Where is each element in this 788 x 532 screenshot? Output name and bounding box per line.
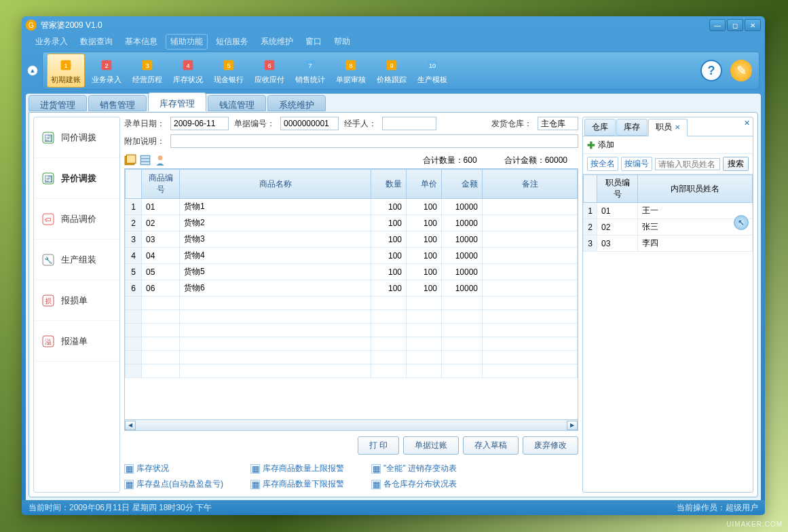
desc-label: 附加说明： bbox=[124, 136, 165, 147]
sidenav-item-5[interactable]: 溢报溢单 bbox=[34, 321, 119, 362]
sidenav-item-4[interactable]: 损报损单 bbox=[34, 280, 119, 321]
tab-close-icon[interactable]: ✕ bbox=[675, 124, 680, 131]
svg-rect-33 bbox=[126, 155, 136, 163]
table-row[interactable]: 404货物410010010000 bbox=[126, 248, 578, 264]
app-icon: G bbox=[26, 20, 37, 31]
add-icon[interactable]: ✚ bbox=[587, 140, 595, 151]
grid-header-4[interactable]: 金额 bbox=[442, 170, 483, 199]
employee-search-input[interactable] bbox=[655, 158, 720, 170]
report-icon: ▦ bbox=[124, 464, 134, 474]
grid-icon-2[interactable] bbox=[139, 154, 151, 166]
menu-item-3[interactable]: 辅助功能 bbox=[166, 34, 208, 50]
report-icon: ▦ bbox=[250, 464, 260, 474]
person-icon[interactable] bbox=[154, 154, 166, 166]
handler-input[interactable] bbox=[382, 117, 436, 130]
search-mode-code[interactable]: 按编号 bbox=[621, 157, 652, 171]
svg-text:🔄: 🔄 bbox=[44, 134, 53, 142]
table-row[interactable]: 505货物510010010000 bbox=[126, 264, 578, 280]
emp-header-1[interactable]: 内部职员姓名 bbox=[638, 175, 753, 203]
menu-item-1[interactable]: 数据查询 bbox=[76, 35, 117, 49]
menu-item-6[interactable]: 窗口 bbox=[301, 35, 326, 49]
grid-hscrollbar[interactable]: ◀▶ bbox=[125, 419, 578, 430]
toolbar-btn-9[interactable]: 10生产模板 bbox=[413, 54, 451, 88]
sidenav-item-2[interactable]: 🏷商品调价 bbox=[34, 199, 119, 240]
menu-item-2[interactable]: 基本信息 bbox=[121, 35, 162, 49]
menu-item-4[interactable]: 短信服务 bbox=[212, 35, 252, 49]
toolbar-btn-3[interactable]: 4库存状况 bbox=[169, 54, 207, 88]
toolbar-btn-6[interactable]: 7销售统计 bbox=[291, 54, 329, 88]
table-row-empty[interactable] bbox=[126, 310, 578, 324]
discard-button[interactable]: 废弃修改 bbox=[523, 436, 578, 455]
grid-header-3[interactable]: 单价 bbox=[407, 170, 442, 199]
table-row-empty[interactable] bbox=[126, 364, 578, 378]
bill-input[interactable] bbox=[280, 117, 339, 130]
grid-header-5[interactable]: 备注 bbox=[483, 170, 578, 199]
panel-close-icon[interactable]: ✕ bbox=[742, 119, 751, 128]
toolbar-btn-0[interactable]: 1初期建账 bbox=[47, 54, 85, 88]
table-row-empty[interactable] bbox=[126, 297, 578, 310]
add-label[interactable]: 添加 bbox=[598, 139, 614, 151]
draft-button[interactable]: 存入草稿 bbox=[463, 436, 519, 455]
table-row-empty[interactable] bbox=[126, 337, 578, 351]
toolbar-btn-5[interactable]: 6应收应付 bbox=[250, 54, 288, 88]
menu-item-5[interactable]: 系统维护 bbox=[257, 35, 297, 49]
table-row[interactable]: 202货物210010010000 bbox=[126, 215, 578, 231]
post-button[interactable]: 单据过账 bbox=[403, 436, 459, 455]
grid-header-2[interactable]: 数量 bbox=[371, 170, 407, 199]
table-row[interactable]: 606货物610010010000 bbox=[126, 280, 578, 297]
toolbar-btn-7[interactable]: 8单据审核 bbox=[332, 54, 370, 88]
toolbar-icon-4: 5 bbox=[219, 57, 238, 73]
report-link[interactable]: ▦各仓库存分布状况表 bbox=[371, 478, 457, 490]
main-tab-0[interactable]: 进货管理 bbox=[29, 95, 87, 111]
report-link[interactable]: ▦库存商品数量下限报警 bbox=[250, 478, 344, 490]
employee-row[interactable]: 101王一 bbox=[584, 203, 753, 219]
report-link[interactable]: ▦库存状况 bbox=[124, 463, 223, 474]
titlebar[interactable]: G 管家婆2009 V1.0 — ◻ ✕ bbox=[22, 16, 765, 34]
toolbar-btn-8[interactable]: 9价格跟踪 bbox=[373, 54, 411, 88]
search-button[interactable]: 搜索 bbox=[723, 157, 749, 171]
sidenav-item-0[interactable]: 🔄同价调拨 bbox=[34, 117, 119, 158]
right-tab-0[interactable]: 仓库 bbox=[584, 119, 616, 136]
collapse-toolbar-icon[interactable]: ▲ bbox=[27, 65, 38, 76]
report-link[interactable]: ▦库存商品数量上限报警 bbox=[250, 463, 344, 474]
maximize-button[interactable]: ◻ bbox=[727, 19, 743, 31]
report-link[interactable]: ▦"全能" 进销存变动表 bbox=[371, 463, 457, 474]
logo-icon[interactable]: ✎ bbox=[730, 60, 752, 81]
employee-row[interactable]: 202张三 bbox=[584, 219, 753, 235]
main-tab-4[interactable]: 系统维护 bbox=[267, 95, 326, 111]
sidenav-item-3[interactable]: 🔧生产组装 bbox=[34, 240, 119, 280]
toolbar-btn-1[interactable]: 2业务录入 bbox=[88, 54, 126, 88]
table-row[interactable]: 303货物310010010000 bbox=[126, 231, 578, 248]
grid-header-1[interactable]: 商品名称 bbox=[180, 170, 371, 199]
employee-row[interactable]: 303李四 bbox=[584, 235, 753, 252]
menu-item-7[interactable]: 帮助 bbox=[330, 35, 354, 49]
minimize-button[interactable]: — bbox=[709, 19, 726, 31]
close-button[interactable]: ✕ bbox=[745, 19, 761, 31]
items-grid[interactable]: 商品编号商品名称数量单价金额备注101货物110010010000202货物21… bbox=[124, 168, 578, 431]
right-tab-1[interactable]: 库存 bbox=[616, 119, 648, 136]
toolbar-btn-4[interactable]: 5现金银行 bbox=[210, 54, 248, 88]
desc-input[interactable] bbox=[170, 134, 578, 148]
employee-grid[interactable]: 职员编号内部职员姓名101王一202张三303李四 ↖ bbox=[583, 174, 753, 492]
sidenav-item-1[interactable]: 🔄异价调拨 bbox=[34, 158, 119, 199]
table-row-empty[interactable] bbox=[126, 324, 578, 337]
scroll-up-icon[interactable]: ↖ bbox=[734, 215, 749, 230]
print-button[interactable]: 打 印 bbox=[358, 436, 399, 455]
grid-header-0[interactable]: 商品编号 bbox=[142, 170, 180, 199]
table-row[interactable]: 101货物110010010000 bbox=[126, 199, 578, 215]
emp-header-0[interactable]: 职员编号 bbox=[597, 175, 638, 203]
main-tab-3[interactable]: 钱流管理 bbox=[208, 95, 266, 111]
date-input[interactable] bbox=[170, 117, 229, 130]
toolbar-btn-2[interactable]: 3经营历程 bbox=[128, 54, 166, 88]
grid-icon-1[interactable] bbox=[124, 154, 136, 166]
help-icon[interactable]: ? bbox=[700, 60, 722, 81]
sum-qty: 600 bbox=[464, 155, 477, 165]
main-tab-1[interactable]: 销售管理 bbox=[88, 95, 147, 111]
main-tab-2[interactable]: 库存管理 bbox=[148, 92, 206, 111]
report-link[interactable]: ▦库存盘点(自动盘盈盘亏) bbox=[124, 478, 223, 490]
menu-item-0[interactable]: 业务录入 bbox=[31, 35, 72, 49]
table-row-empty[interactable] bbox=[126, 351, 578, 364]
warehouse-input[interactable] bbox=[538, 117, 578, 130]
right-tab-2[interactable]: 职员✕ bbox=[648, 119, 688, 136]
search-mode-fullname[interactable]: 按全名 bbox=[587, 157, 618, 171]
